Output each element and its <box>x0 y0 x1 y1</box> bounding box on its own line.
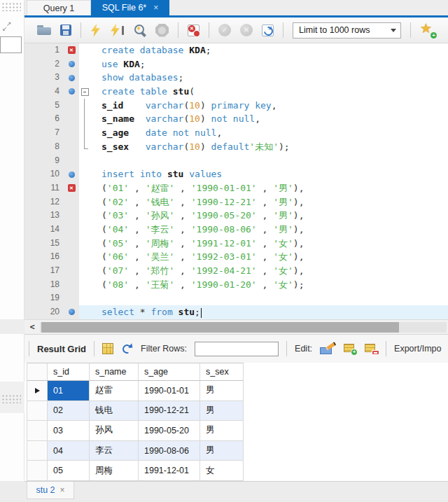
editor-line-2[interactable]: 2use KDA; <box>24 57 448 71</box>
explain-plan-icon[interactable] <box>133 24 146 37</box>
fold-collapse-icon[interactable] <box>79 85 92 99</box>
editor-line-10[interactable]: 10insert into stu values <box>24 167 448 181</box>
grid-cell[interactable]: 男 <box>200 401 244 421</box>
scrollbar-thumb[interactable] <box>41 322 399 333</box>
marker-slot <box>64 209 79 223</box>
code-text: ('05' , '周梅' , '1991-12-01' , '女'), <box>92 237 448 251</box>
column-header-s_age[interactable]: s_age <box>139 363 200 381</box>
grid-cell[interactable]: 周梅 <box>90 461 139 481</box>
add-snippet-favorite-icon[interactable]: ★ + <box>420 22 435 38</box>
line-number: 9 <box>24 154 64 168</box>
fold-column <box>79 154 92 168</box>
editor-line-13[interactable]: 13('03' , '孙风' , '1990-05-20' , '男'), <box>24 209 448 223</box>
horizontal-scrollbar[interactable]: < <box>24 319 448 334</box>
grid-cell[interactable]: 1990-08-06 <box>139 441 200 461</box>
editor-line-1[interactable]: 1create database KDA; <box>24 43 448 57</box>
fold-column <box>79 57 92 71</box>
execute-current-statement-icon[interactable] <box>110 24 124 37</box>
line-number: 20 <box>24 305 64 319</box>
fold-column <box>79 43 92 57</box>
toggle-stop-on-error-icon[interactable]: ✕ <box>188 25 200 36</box>
grid-cell[interactable]: 03 <box>48 421 90 441</box>
editor-line-17[interactable]: 17('07' , '郑竹' , '1992-04-21' , '女'), <box>24 264 448 278</box>
editor-line-18[interactable]: 18('08' , '王菊' , '1990-01-20' , '女'); <box>24 278 448 292</box>
tab-sql-file-6[interactable]: SQL File 6* × <box>91 0 169 15</box>
grid-cell[interactable]: 1990-12-21 <box>139 401 200 421</box>
delete-row-icon[interactable] <box>365 343 378 354</box>
editor-line-7[interactable]: 7s_age date not null, <box>24 126 448 140</box>
grid-cell[interactable]: 李云 <box>90 441 139 461</box>
editor-line-9[interactable]: 9 <box>24 154 448 168</box>
grid-cell[interactable]: 钱电 <box>90 401 139 421</box>
grid-cell[interactable]: 1991-12-01 <box>139 461 200 481</box>
code-text: use KDA; <box>92 57 448 71</box>
column-header-s_sex[interactable]: s_sex <box>200 363 244 381</box>
open-file-icon[interactable] <box>37 25 51 36</box>
marker-slot <box>64 223 79 237</box>
grid-cell[interactable]: 01 <box>48 381 90 401</box>
editor-line-20[interactable]: 20select * from stu; <box>24 305 448 319</box>
add-row-icon[interactable]: + <box>344 343 357 354</box>
collapsed-panel-box[interactable] <box>0 36 22 53</box>
grid-cell[interactable]: 男 <box>200 441 244 461</box>
marker-slot <box>64 250 79 264</box>
commit-icon[interactable]: ✓ <box>218 24 231 36</box>
scrollbar-track[interactable] <box>40 322 447 333</box>
editor-line-12[interactable]: 12('02' , '钱电' , '1990-12-21' , '男'), <box>24 195 448 209</box>
close-tab-icon[interactable]: × <box>153 3 158 13</box>
editor-line-3[interactable]: 3show databases; <box>24 71 448 85</box>
editor-line-6[interactable]: 6s_name varchar(10) not null, <box>24 112 448 126</box>
rollback-icon[interactable]: ✕ <box>240 24 253 36</box>
grid-cell[interactable]: 1990-05-20 <box>139 421 200 441</box>
grid-cell[interactable]: 孙风 <box>90 421 139 441</box>
line-number: 2 <box>24 57 64 71</box>
toggle-autocommit-icon[interactable] <box>262 25 274 36</box>
editor-line-14[interactable]: 14('04' , '李云' , '1990-08-06' , '男'), <box>24 223 448 237</box>
grid-header-row: s_ids_names_ages_sex <box>27 363 245 381</box>
row-selector-cell[interactable] <box>27 461 48 481</box>
column-header-s_name[interactable]: s_name <box>90 363 139 381</box>
filter-rows-input[interactable] <box>195 342 279 356</box>
save-file-icon[interactable] <box>60 25 71 36</box>
editor-line-5[interactable]: 5s_id varchar(10) primary key, <box>24 99 448 113</box>
grid-cell[interactable]: 男 <box>200 381 244 401</box>
grid-cell[interactable]: 02 <box>48 401 90 421</box>
tab-stu-2[interactable]: stu 2 × <box>27 482 74 499</box>
dock-grip-handle[interactable] <box>1 394 21 403</box>
editor-line-8[interactable]: 8s_sex varchar(10) default'未知'); <box>24 140 448 154</box>
grid-cell[interactable]: 04 <box>48 441 90 461</box>
grid-cell[interactable]: 赵雷 <box>90 381 139 401</box>
row-selector-cell[interactable] <box>27 381 48 401</box>
grid-cell[interactable]: 男 <box>200 421 244 441</box>
execute-script-icon[interactable] <box>90 24 101 37</box>
fold-column <box>79 237 92 251</box>
close-tab-icon[interactable]: × <box>60 485 65 495</box>
fold-column <box>79 71 92 85</box>
result-grid-header: s_ids_names_ages_sex <box>27 363 245 381</box>
sql-editor[interactable]: 1create database KDA;2use KDA;3show data… <box>24 43 448 319</box>
column-header-s_id[interactable]: s_id <box>48 363 90 381</box>
editor-line-19[interactable]: 19 <box>24 291 448 305</box>
limit-rows-dropdown[interactable]: Limit to 1000 rows <box>293 22 401 39</box>
mysql-workbench-window: ↗ ↙ Query 1 SQL File 6* × ✕ ✓ ✕ <box>0 0 448 502</box>
grid-cell[interactable]: 女 <box>200 461 244 481</box>
collapse-panel-icon[interactable]: ↗ ↙ <box>2 21 13 32</box>
tab-query-1[interactable]: Query 1 <box>27 0 91 15</box>
scroll-left-button[interactable]: < <box>24 320 40 335</box>
marker-slot <box>64 140 79 154</box>
edit-pencil-icon[interactable] <box>320 343 336 355</box>
editor-line-15[interactable]: 15('05' , '周梅' , '1991-12-01' , '女'), <box>24 237 448 251</box>
grid-cell[interactable]: 1990-01-01 <box>139 381 200 401</box>
editor-line-16[interactable]: 16('06' , '吴兰' , '1992-03-01' , '女'), <box>24 250 448 264</box>
row-selector-cell[interactable] <box>27 441 48 461</box>
row-selector-cell[interactable] <box>27 401 48 421</box>
dock-grip-handle[interactable] <box>1 2 21 11</box>
row-selector-cell[interactable] <box>27 421 48 441</box>
grid-view-icon[interactable] <box>102 343 113 354</box>
error-marker-icon <box>64 181 79 195</box>
refresh-icon[interactable] <box>121 343 133 355</box>
editor-line-11[interactable]: 11('01' , '赵雷' , '1990-01-01' , '男'), <box>24 181 448 195</box>
stop-query-icon[interactable] <box>155 24 169 37</box>
grid-cell[interactable]: 05 <box>48 461 90 481</box>
editor-line-4[interactable]: 4create table stu( <box>24 85 448 99</box>
